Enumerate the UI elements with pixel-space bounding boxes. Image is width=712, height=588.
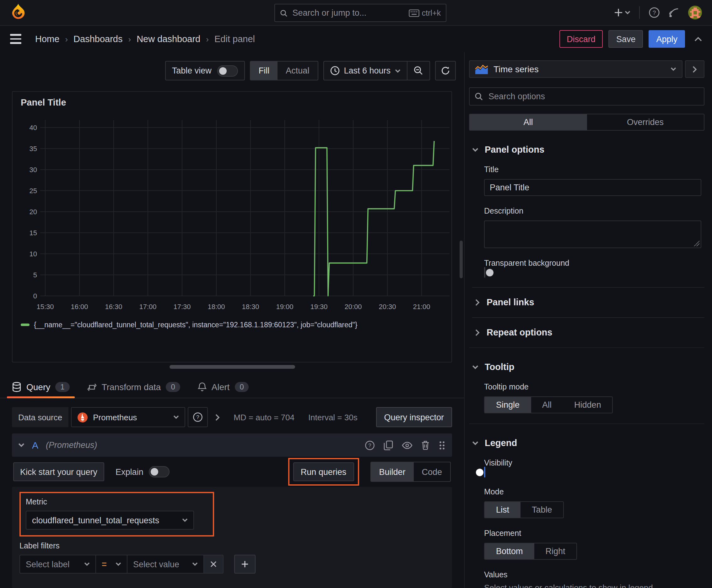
panel-links-section-header[interactable]: Panel links [475, 297, 705, 307]
query-datasource-hint: (Prometheus) [46, 440, 97, 450]
builder-option[interactable]: Builder [371, 462, 413, 481]
save-button[interactable]: Save [609, 30, 643, 48]
svg-text:19:00: 19:00 [276, 303, 293, 311]
panel-description-textarea[interactable] [484, 220, 701, 248]
legend-mode-list-option[interactable]: List [485, 502, 520, 518]
chevron-down-icon [472, 441, 478, 445]
add-filter-button[interactable] [234, 555, 256, 573]
datasource-row: Data source Prometheus ? [12, 407, 452, 427]
visualization-picker[interactable]: Time series [469, 60, 683, 78]
resize-handle[interactable] [169, 365, 295, 369]
tooltip-mode-label: Tooltip mode [484, 383, 705, 391]
chart-legend[interactable]: {__name__="cloudflared_tunnel_total_requ… [21, 321, 451, 329]
resize-grip-icon[interactable] [694, 240, 699, 246]
menu-toggle-button[interactable] [10, 34, 21, 44]
tooltip-section-header[interactable]: Tooltip [472, 362, 705, 372]
transparent-background-label: Transparent background [484, 259, 705, 268]
query-options-summary[interactable]: MD = auto = 704 Interval = 30s [215, 407, 358, 427]
fill-option[interactable]: Fill [251, 62, 278, 80]
breadcrumb-home[interactable]: Home [35, 34, 59, 44]
breadcrumb-separator: › [65, 34, 68, 44]
svg-text:19:30: 19:30 [310, 303, 327, 311]
select-label-dropdown[interactable]: Select label [19, 555, 96, 573]
tab-transform-data[interactable]: Transform data 0 [87, 382, 180, 398]
explain-toggle[interactable] [149, 466, 170, 478]
time-series-chart[interactable]: 051015202530354015:3016:0016:3017:0017:3… [16, 111, 450, 320]
collapse-header-button[interactable] [694, 37, 702, 41]
table-view-toggle[interactable] [217, 65, 238, 76]
toggle-viz-picker-button[interactable] [685, 60, 705, 78]
panel-preview[interactable]: Panel Title 051015202530354015:3016:0016… [12, 91, 452, 362]
legend-placement-bottom-option[interactable]: Bottom [485, 543, 534, 559]
run-queries-button[interactable]: Run queries [293, 462, 354, 481]
apply-button[interactable]: Apply [649, 30, 685, 48]
close-icon [210, 561, 217, 567]
options-search-input[interactable] [487, 91, 699, 102]
legend-placement-right-option[interactable]: Right [534, 543, 577, 559]
chevron-up-icon [694, 37, 702, 41]
chevron-down-icon [192, 562, 198, 566]
panel-title: Panel Title [21, 97, 451, 107]
kickstart-query-button[interactable]: Kick start your query [13, 462, 104, 481]
transparent-background-toggle[interactable] [484, 267, 486, 278]
datasource-help-button[interactable]: ? [188, 407, 208, 427]
delete-query-icon[interactable] [421, 440, 429, 450]
breadcrumb-current: Edit panel [214, 34, 255, 44]
breadcrumb-dashboards[interactable]: Dashboards [73, 34, 123, 44]
new-dropdown-button[interactable] [614, 8, 630, 17]
help-button[interactable]: ? [649, 7, 660, 18]
tab-query[interactable]: Query 1 [12, 382, 70, 398]
toggle-visibility-icon[interactable] [402, 441, 412, 449]
svg-text:40: 40 [29, 124, 37, 132]
legend-swatch[interactable] [21, 323, 29, 326]
left-scrollbar[interactable] [459, 240, 463, 278]
query-help-icon[interactable]: ? [365, 440, 375, 450]
select-value-dropdown[interactable]: Select value [127, 555, 204, 573]
repeat-options-section-header[interactable]: Repeat options [475, 327, 705, 337]
time-range-picker: Last 6 hours [323, 61, 430, 80]
refresh-button[interactable] [435, 61, 456, 80]
metric-select[interactable]: cloudflared_tunnel_total_requests [26, 511, 194, 530]
zoom-out-time-button[interactable] [407, 62, 429, 80]
tooltip-single-option[interactable]: Single [485, 397, 531, 413]
tab-overrides[interactable]: Overrides [587, 114, 704, 130]
time-series-viz-icon [475, 64, 488, 74]
legend-visibility-toggle[interactable] [484, 467, 486, 478]
options-search[interactable] [469, 87, 705, 106]
legend-series-label[interactable]: {__name__="cloudflared_tunnel_total_requ… [34, 321, 357, 329]
legend-section-header[interactable]: Legend [472, 438, 705, 448]
refresh-icon [441, 66, 450, 76]
global-search[interactable]: ctrl+k [274, 4, 447, 22]
description-label: Description [484, 207, 705, 215]
legend-values-label: Values [484, 570, 705, 579]
builder-code-segment: Builder Code [370, 462, 451, 482]
grafana-logo[interactable] [10, 4, 26, 21]
code-option[interactable]: Code [413, 462, 450, 481]
news-button[interactable] [669, 7, 679, 18]
tab-alert[interactable]: Alert 0 [198, 382, 249, 398]
panel-options-section-header[interactable]: Panel options [472, 145, 705, 154]
tab-all-options[interactable]: All [470, 114, 587, 130]
duplicate-query-icon[interactable] [384, 440, 393, 450]
query-inspector-button[interactable]: Query inspector [376, 407, 452, 427]
operator-dropdown[interactable]: = [96, 555, 127, 573]
keyboard-icon [409, 9, 419, 17]
avatar[interactable] [688, 6, 702, 19]
time-range-button[interactable]: Last 6 hours [324, 62, 407, 80]
drag-handle-icon[interactable] [438, 440, 446, 450]
tooltip-all-option[interactable]: All [531, 397, 563, 413]
breadcrumb-new-dashboard[interactable]: New dashboard [136, 34, 200, 44]
chevron-down-icon [472, 147, 478, 152]
tooltip-hidden-option[interactable]: Hidden [563, 397, 612, 413]
discard-button[interactable]: Discard [559, 30, 603, 48]
remove-filter-button[interactable] [204, 555, 223, 573]
datasource-picker[interactable]: Prometheus [71, 407, 185, 427]
legend-mode-table-option[interactable]: Table [520, 502, 563, 518]
query-a-header[interactable]: A (Prometheus) ? [12, 434, 452, 457]
query-toolbar: Kick start your query Explain Run querie… [12, 457, 452, 487]
annotation-metric: Metric cloudflared_tunnel_total_requests [19, 492, 214, 537]
actual-option[interactable]: Actual [278, 62, 317, 80]
search-input[interactable] [291, 7, 405, 18]
visualization-name: Time series [494, 64, 665, 74]
panel-title-input[interactable] [484, 179, 701, 196]
